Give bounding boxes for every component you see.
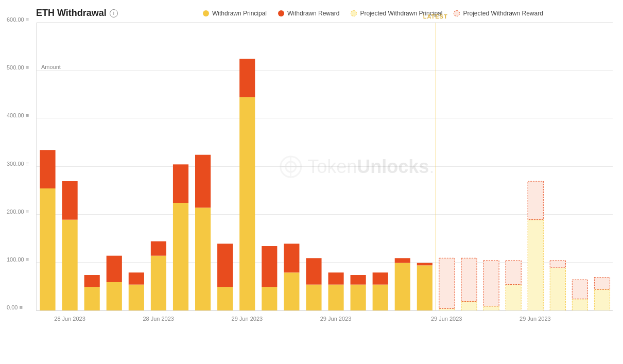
- svg-rect-7: [62, 181, 78, 220]
- svg-rect-35: [373, 272, 388, 284]
- svg-rect-42: [461, 301, 477, 310]
- svg-rect-38: [417, 265, 432, 310]
- svg-rect-21: [217, 244, 233, 287]
- svg-rect-46: [506, 285, 521, 310]
- svg-rect-34: [373, 285, 388, 310]
- svg-rect-10: [107, 282, 122, 310]
- svg-rect-29: [306, 258, 321, 284]
- bars-svg: [37, 23, 613, 310]
- svg-rect-16: [173, 203, 188, 310]
- latest-label: LATEST: [423, 13, 448, 20]
- svg-rect-24: [262, 287, 277, 310]
- svg-rect-12: [129, 285, 144, 310]
- x-axis: 28 Jun 202328 Jun 202329 Jun 202329 Jun …: [37, 316, 613, 326]
- svg-rect-18: [195, 207, 211, 310]
- svg-rect-33: [351, 275, 366, 285]
- svg-rect-25: [262, 246, 277, 287]
- legend-dot-withdrawn-reward: [278, 10, 284, 16]
- svg-rect-14: [151, 256, 166, 310]
- svg-rect-49: [528, 181, 543, 220]
- legend-proj-reward: Projected Withdrawn Reward: [454, 10, 543, 17]
- info-icon[interactable]: i: [110, 9, 118, 18]
- x-label: 29 Jun 2023: [520, 316, 551, 322]
- svg-rect-39: [417, 263, 432, 266]
- y-tick-0: 0.00 ≡: [7, 304, 23, 310]
- svg-rect-8: [84, 287, 100, 310]
- svg-rect-6: [62, 220, 78, 310]
- svg-rect-19: [195, 155, 211, 208]
- legend-label-withdrawn-principal: Withdrawn Principal: [212, 10, 267, 17]
- chart-container: ETH Withdrawal i Withdrawn Principal Wit…: [0, 0, 623, 364]
- svg-rect-5: [40, 150, 55, 188]
- x-label: 29 Jun 2023: [232, 316, 263, 322]
- svg-rect-37: [395, 258, 410, 263]
- svg-rect-13: [129, 272, 144, 284]
- x-label: 28 Jun 2023: [54, 316, 85, 322]
- svg-rect-31: [328, 272, 343, 284]
- svg-rect-51: [550, 261, 565, 268]
- header-row: ETH Withdrawal i Withdrawn Principal Wit…: [36, 8, 613, 19]
- legend-dot-proj-reward: [454, 10, 460, 16]
- title-text: ETH Withdrawal: [36, 8, 107, 19]
- svg-rect-45: [483, 261, 499, 306]
- svg-rect-17: [173, 164, 188, 203]
- legend-dot-proj-principal: [351, 10, 357, 16]
- chart-area: 600.00 ≡ 500.00 ≡ 400.00 ≡ 300.00 ≡ 200.…: [36, 23, 613, 311]
- y-tick-100: 100.00 ≡: [7, 256, 29, 263]
- svg-rect-9: [84, 275, 100, 287]
- legend: Withdrawn Principal Withdrawn Reward Pro…: [133, 10, 613, 17]
- latest-line: LATEST: [436, 23, 436, 310]
- legend-dot-withdrawn-principal: [203, 10, 209, 16]
- svg-rect-47: [506, 261, 521, 285]
- x-label: 29 Jun 2023: [431, 316, 462, 322]
- legend-label-withdrawn-reward: Withdrawn Reward: [287, 10, 339, 17]
- svg-rect-4: [40, 188, 55, 310]
- svg-rect-30: [328, 285, 343, 310]
- y-tick-500: 500.00 ≡: [7, 64, 29, 71]
- y-tick-600: 600.00 ≡: [7, 16, 29, 23]
- svg-rect-44: [483, 306, 499, 310]
- x-label: 28 Jun 2023: [143, 316, 174, 322]
- svg-rect-32: [351, 285, 366, 310]
- x-label: 29 Jun 2023: [320, 316, 352, 322]
- svg-rect-20: [217, 287, 233, 310]
- chart-title: ETH Withdrawal i: [36, 8, 118, 19]
- legend-label-proj-reward: Projected Withdrawn Reward: [463, 10, 543, 17]
- y-tick-400: 400.00 ≡: [7, 112, 29, 118]
- svg-rect-54: [594, 289, 610, 310]
- svg-rect-27: [284, 244, 299, 272]
- svg-rect-36: [395, 263, 410, 310]
- y-tick-200: 200.00 ≡: [7, 209, 29, 215]
- svg-rect-55: [594, 278, 610, 289]
- svg-rect-40: [439, 308, 455, 310]
- legend-withdrawn-principal: Withdrawn Principal: [203, 10, 267, 17]
- y-tick-300: 300.00 ≡: [7, 161, 29, 167]
- svg-rect-26: [284, 272, 299, 310]
- svg-rect-41: [439, 258, 455, 308]
- svg-rect-52: [572, 299, 587, 310]
- svg-rect-43: [461, 258, 477, 301]
- svg-rect-50: [550, 268, 565, 310]
- svg-rect-53: [572, 280, 587, 299]
- svg-rect-23: [239, 59, 255, 97]
- legend-withdrawn-reward: Withdrawn Reward: [278, 10, 339, 17]
- svg-rect-28: [306, 285, 321, 310]
- svg-rect-11: [107, 256, 122, 282]
- svg-rect-48: [528, 220, 543, 310]
- svg-rect-15: [151, 241, 166, 256]
- svg-rect-22: [239, 97, 255, 310]
